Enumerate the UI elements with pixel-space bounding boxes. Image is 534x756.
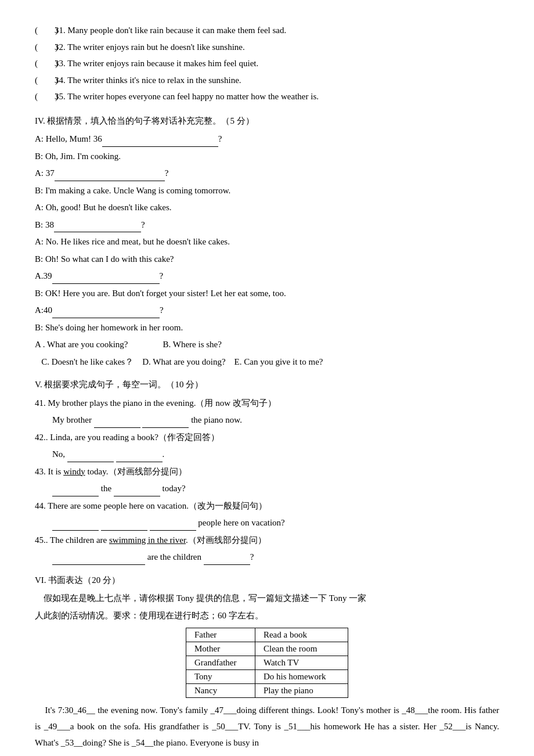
table-cell-watch-tv: Watch TV — [255, 656, 348, 670]
blank-39[interactable] — [52, 275, 160, 284]
item-44-sub: people here on vacation? — [52, 516, 499, 531]
tf-text-33: 33. The writer enjoys rain because it ma… — [55, 56, 258, 71]
table-row-tony: Tony Do his homework — [186, 670, 348, 684]
blank-42b[interactable] — [116, 453, 163, 462]
table-row-father: Father Read a book — [186, 628, 348, 642]
dialogue-line-a-no: A: No. He likes rice and meat, but he do… — [35, 235, 499, 250]
table-row-mother: Mother Clean the room — [186, 642, 348, 656]
dialogue-line-b-what: B: Oh! So what can I do with this cake? — [35, 252, 499, 267]
blank-44b[interactable] — [101, 521, 147, 531]
table-cell-clean-room: Clean the room — [255, 642, 348, 656]
tf-item-35: ( ) 35. The writer hopes everyone can fe… — [35, 89, 499, 105]
item-43-sub: the today? — [52, 481, 499, 496]
blank-38[interactable] — [54, 223, 141, 232]
blank-41a[interactable] — [94, 419, 140, 428]
section-iv-title: IV. 根据情景，填入恰当的句子将对话补充完整。（5 分） — [35, 114, 499, 129]
paren-32: ( ) — [35, 40, 52, 55]
dialogue-line-a39: A.39? — [35, 269, 499, 284]
dialogue-line-a36: A: Hello, Mum! 36? — [35, 132, 499, 147]
dialogue-line-a37: A: 37? — [35, 166, 499, 181]
section-vi-instruction2: 人此刻的活动情况。要求：使用现在进行时态；60 字左右。 — [35, 609, 499, 624]
blank-41b[interactable] — [142, 419, 189, 428]
section-v: V. 根据要求完成句子，每空一词。（10 分） 41. My brother p… — [35, 377, 499, 565]
dialogue-line-a-oh: A: Oh, good! But he doesn't like cakes. — [35, 200, 499, 215]
paren-33: ( ) — [35, 56, 52, 71]
item-42: 42.. Linda, are you reading a book?（作否定回… — [35, 430, 499, 445]
item-41: 41. My brother plays the piano in the ev… — [35, 396, 499, 411]
item-45: 45.. The children are swimming in the ri… — [35, 533, 499, 548]
options-row1: A . What are you cooking? B. Where is sh… — [35, 337, 499, 352]
table-cell-grandfather: Grandfather — [186, 656, 255, 670]
table-cell-nancy: Nancy — [186, 684, 255, 698]
item-44: 44. There are some people here on vacati… — [35, 499, 499, 514]
blank-45a[interactable] — [52, 556, 145, 565]
blank-37[interactable] — [55, 172, 165, 181]
dialogue-line-b38: B: 38? — [35, 218, 499, 233]
essay-paragraph: It's 7:30_46__ the evening now. Tony's f… — [35, 703, 499, 751]
item-43: 43. It is windy today.（对画线部分提问） — [35, 465, 499, 480]
section-vi: VI. 书面表达（20 分） 假如现在是晚上七点半，请你根据 Tony 提供的信… — [35, 573, 499, 751]
blank-45b[interactable] — [204, 556, 250, 565]
table-cell-tony: Tony — [186, 670, 255, 684]
item-42-sub: No, . — [52, 447, 499, 462]
true-false-section: ( ) 31. Many people don't like rain beca… — [35, 23, 499, 105]
blank-42a[interactable] — [67, 453, 114, 462]
item-45-sub: are the children ? — [52, 550, 499, 565]
paren-35: ( ) — [35, 89, 52, 105]
table-row-grandfather: Grandfather Watch TV — [186, 656, 348, 670]
section-v-title: V. 根据要求完成句子，每空一词。（10 分） — [35, 377, 499, 393]
dialogue-line-b2: B: I'm making a cake. Uncle Wang is comi… — [35, 183, 499, 199]
tf-item-31: ( ) 31. Many people don't like rain beca… — [35, 23, 499, 38]
activity-table: Father Read a book Mother Clean the room… — [186, 628, 348, 698]
blank-44c[interactable] — [150, 521, 196, 531]
tf-text-31: 31. Many people don't like rain because … — [55, 23, 286, 38]
blank-43b[interactable] — [114, 487, 160, 496]
speaker-a: A: Hello, Mum! 36 — [35, 134, 102, 143]
table-cell-mother: Mother — [186, 642, 255, 656]
tf-text-32: 32. The writer enjoys rain but he doesn'… — [55, 40, 245, 55]
options-row2: C. Doesn't he like cakes？ D. What are yo… — [35, 355, 499, 370]
blank-40[interactable] — [52, 309, 160, 318]
tf-item-33: ( ) 33. The writer enjoys rain because i… — [35, 56, 499, 71]
table-cell-homework: Do his homework — [255, 670, 348, 684]
table-cell-read-book: Read a book — [255, 628, 348, 642]
blank-36[interactable] — [102, 138, 218, 147]
tf-text-35: 35. The writer hopes everyone can feel h… — [55, 89, 319, 105]
table-row-nancy: Nancy Play the piano — [186, 684, 348, 698]
tf-item-34: ( ) 34. The writer thinks it's nice to r… — [35, 73, 499, 88]
section-vi-instruction: 假如现在是晚上七点半，请你根据 Tony 提供的信息，写一篇短文描述一下 Ton… — [35, 591, 499, 606]
dialogue-line-a40: A:40? — [35, 303, 499, 318]
paren-31: ( ) — [35, 23, 52, 38]
dialogue-line-b-ok: B: OK! Here you are. But don't forget yo… — [35, 286, 499, 301]
tf-text-34: 34. The writer thinks it's nice to relax… — [55, 73, 241, 88]
blank-44a[interactable] — [52, 521, 99, 531]
section-vi-title: VI. 书面表达（20 分） — [35, 573, 499, 588]
tf-item-32: ( ) 32. The writer enjoys rain but he do… — [35, 40, 499, 55]
blank-43a[interactable] — [52, 487, 99, 496]
section-iv: IV. 根据情景，填入恰当的句子将对话补充完整。（5 分） A: Hello, … — [35, 114, 499, 370]
dialogue-line-b1: B: Oh, Jim. I'm cooking. — [35, 149, 499, 164]
table-cell-father: Father — [186, 628, 255, 642]
item-41-sub: My brother the piano now. — [52, 413, 499, 428]
paren-34: ( ) — [35, 73, 52, 88]
dialogue-line-b-shes: B: She's doing her homework in her room. — [35, 321, 499, 336]
table-cell-piano: Play the piano — [255, 684, 348, 698]
